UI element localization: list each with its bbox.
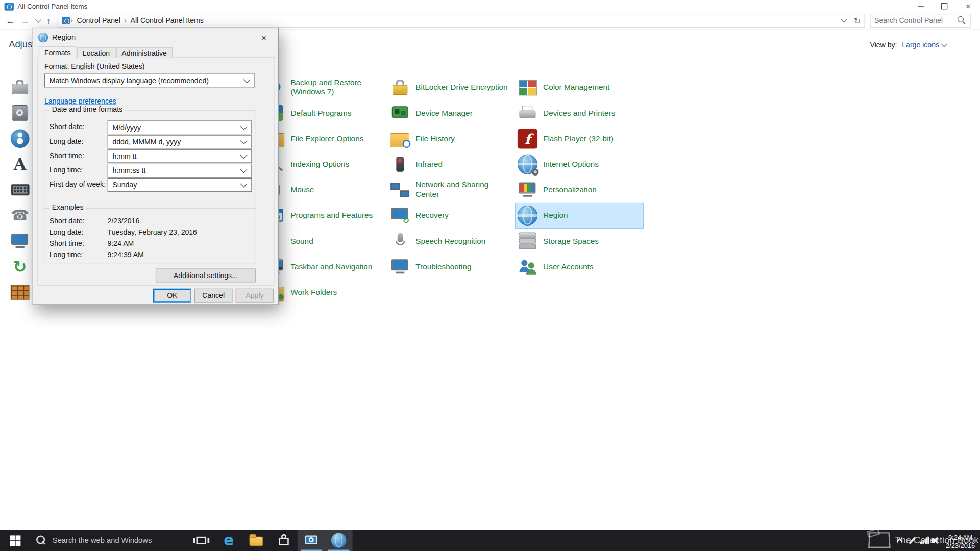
control-panel-item-mouse[interactable]: Mouse: [262, 177, 391, 203]
bitlocker-icon: [390, 78, 410, 97]
maximize-button[interactable]: [933, 0, 957, 12]
clock[interactable]: 9:24 AM 2/23/2016: [943, 531, 978, 550]
taskbar-app-region[interactable]: [325, 530, 353, 551]
control-panel-item-file-history[interactable]: File History: [387, 126, 516, 152]
sync-center-icon: [10, 257, 30, 277]
taskbar-app-store[interactable]: [270, 530, 298, 551]
control-panel-item-bitlocker-drive-encryption[interactable]: BitLocker Drive Encryption: [387, 74, 516, 101]
control-panel-item-recovery[interactable]: Recovery: [387, 203, 516, 229]
windows-defender-icon: [10, 282, 30, 302]
taskbar-app-control-panel[interactable]: [298, 530, 325, 551]
taskbar-search-label: Search the web and Windows: [53, 536, 152, 545]
item-label: Work Folders: [290, 288, 337, 297]
cancel-button[interactable]: Cancel: [194, 289, 233, 303]
first-day-of-week-combobox[interactable]: Sunday: [108, 178, 252, 192]
start-button[interactable]: [0, 530, 30, 551]
control-panel-item-network-and-sharing-center[interactable]: Network and Sharing Center: [387, 177, 516, 203]
tab-formats[interactable]: Formats: [39, 46, 77, 58]
taskbar-app-file-explorer[interactable]: [242, 530, 270, 551]
breadcrumb-item-control-panel[interactable]: Control Panel: [74, 17, 124, 24]
control-panel-item-file-explorer-options[interactable]: File Explorer Options: [262, 126, 391, 152]
control-panel-item-troubleshooting[interactable]: Troubleshooting: [387, 254, 516, 280]
control-panel-item-color-management[interactable]: Color Management: [515, 74, 644, 101]
tab-location[interactable]: Location: [77, 47, 115, 58]
back-button[interactable]: ←: [3, 12, 17, 29]
up-button[interactable]: ↑: [41, 12, 56, 29]
network-icon[interactable]: [918, 532, 930, 549]
chevron-down-icon: [240, 123, 248, 130]
control-panel-item-programs-and-features[interactable]: Programs and Features: [262, 203, 391, 229]
taskbar-search[interactable]: Search the web and Windows: [30, 530, 188, 551]
control-panel-item-fonts[interactable]: [8, 151, 35, 177]
control-panel-item-keyboard[interactable]: [8, 177, 35, 203]
control-panel-item-phone-modem[interactable]: [8, 203, 35, 229]
combo-row-long-time: Long time:h:mm:ss tt: [50, 164, 252, 178]
refresh-button[interactable]: ↻: [854, 16, 861, 25]
chevron-down-icon: [240, 137, 248, 144]
short-time-combobox[interactable]: h:mm tt: [108, 149, 252, 163]
item-label: Devices and Printers: [543, 108, 615, 117]
tab-administrative[interactable]: Administrative: [116, 47, 172, 58]
apply-button[interactable]: Apply: [236, 289, 274, 303]
address-dropdown-chevron-icon[interactable]: [841, 17, 847, 23]
fonts-icon: [10, 154, 30, 174]
globe-icon: [38, 32, 48, 42]
control-panel-item-internet-options[interactable]: Internet Options: [515, 151, 644, 177]
close-button[interactable]: ×: [956, 0, 980, 12]
formats-tab-page: Format: English (United States) Match Wi…: [37, 57, 275, 285]
search-input[interactable]: [871, 17, 958, 24]
control-panel-item-default-programs[interactable]: Default Programs: [262, 100, 391, 126]
item-label: Storage Spaces: [543, 236, 599, 245]
control-panel-item-storage-spaces[interactable]: Storage Spaces: [515, 228, 644, 254]
item-label: Mouse: [290, 185, 314, 194]
minimize-button[interactable]: [909, 0, 933, 12]
control-panel-item-taskbar-and-navigation[interactable]: Taskbar and Navigation: [262, 254, 391, 280]
control-panel-item-remoteapp[interactable]: [8, 228, 35, 254]
control-panel-item-ease-of-access[interactable]: [8, 126, 35, 152]
control-panel-item-windows-defender[interactable]: [8, 279, 35, 305]
item-label: File Explorer Options: [290, 134, 363, 143]
breadcrumb-item-all-control-panel-items[interactable]: All Control Panel Items: [127, 17, 206, 24]
short-date-combobox[interactable]: M/d/yyyy: [108, 120, 252, 134]
control-panel-item-region[interactable]: Region: [515, 203, 644, 229]
additional-settings-button[interactable]: Additional settings...: [156, 269, 256, 283]
control-panel-item-sync-center[interactable]: [8, 254, 35, 280]
control-panel-item-sound[interactable]: Sound: [262, 228, 391, 254]
item-label: Infrared: [415, 160, 443, 169]
control-panel-item-infrared[interactable]: Infrared: [387, 151, 516, 177]
format-combobox[interactable]: Match Windows display language (recommen…: [44, 73, 255, 87]
control-panel-item-flash-player-32-bit[interactable]: Flash Player (32-bit): [515, 126, 644, 152]
taskbar-apps: e: [187, 530, 352, 551]
personalization-icon: [518, 180, 537, 200]
control-panel-item-device-manager[interactable]: Device Manager: [387, 100, 516, 126]
control-panel-item-work-folders[interactable]: Work Folders: [262, 279, 391, 305]
control-panel-item-administrative-tools[interactable]: [8, 74, 35, 101]
control-panel-item-personalization[interactable]: Personalization: [515, 177, 644, 203]
hidden-icons-chevron-icon[interactable]: [893, 532, 905, 549]
control-panel-item-devices-and-printers[interactable]: Devices and Printers: [515, 100, 644, 126]
taskbar-app-edge[interactable]: e: [215, 530, 242, 551]
control-panel-item-speech-recognition[interactable]: Speech Recognition: [387, 228, 516, 254]
view-by-dropdown[interactable]: Large icons: [902, 41, 946, 49]
pen-icon[interactable]: [906, 532, 918, 549]
control-panel-item-indexing-options[interactable]: Indexing Options: [262, 151, 391, 177]
taskbar-app-task-view[interactable]: [187, 530, 215, 551]
recent-pages-dropdown[interactable]: [33, 12, 41, 29]
short-time-value: h:mm tt: [112, 153, 136, 160]
control-panel-item-user-accounts[interactable]: User Accounts: [515, 254, 644, 280]
long-time-combobox[interactable]: h:mm:ss tt: [108, 164, 252, 178]
dialog-close-button[interactable]: ×: [250, 29, 278, 45]
language-preferences-link[interactable]: Language preferences: [44, 97, 116, 105]
volume-icon[interactable]: [931, 532, 943, 549]
tray-icons: [893, 532, 943, 549]
recovery-icon: [390, 206, 410, 226]
forward-button[interactable]: →: [17, 12, 32, 29]
long-time-example-label: Long time:: [50, 251, 108, 259]
first-day-of-week-label: First day of week:: [50, 181, 106, 188]
control-panel-item-credential-manager[interactable]: [8, 100, 35, 126]
long-date-combobox[interactable]: dddd, MMMM d, yyyy: [108, 135, 252, 148]
ok-button[interactable]: OK: [153, 289, 191, 303]
address-bar[interactable]: ›Control Panel›All Control Panel Items ↻: [58, 14, 865, 28]
control-panel-item-backup-and-restore-windows-7[interactable]: Backup and Restore (Windows 7): [262, 74, 391, 101]
example-row-short-date: Short date:2/23/2016: [50, 217, 140, 229]
